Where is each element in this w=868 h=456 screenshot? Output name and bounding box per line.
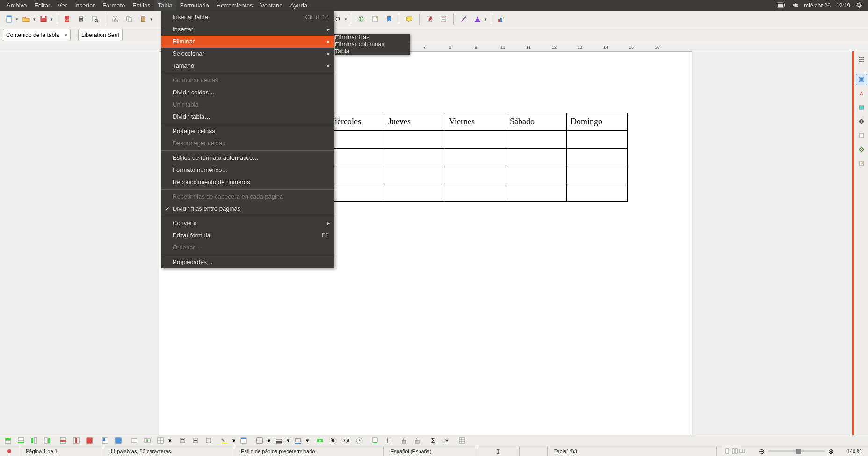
menu-item-dividir-tabla[interactable]: Dividir tabla… [161, 111, 334, 123]
cut-button[interactable] [109, 13, 121, 25]
menu-item-propiedades[interactable]: Propiedades… [161, 256, 334, 268]
table-cell[interactable] [506, 131, 567, 149]
dropdown-arrow-icon[interactable]: ▾ [150, 17, 152, 21]
status-table-ref[interactable]: Tabla1:B3 [548, 446, 717, 456]
status-insert-mode[interactable]: ⌶ [477, 446, 520, 456]
borders-button[interactable] [254, 436, 265, 445]
status-page-style[interactable]: Estilo de página predeterminado [234, 446, 384, 456]
menu-item-insertar[interactable]: Insertar▸ [161, 23, 334, 36]
paste-button[interactable] [137, 13, 149, 25]
number-format-percent-button[interactable]: % [328, 436, 338, 445]
insert-comment-button[interactable] [403, 13, 415, 25]
select-table-button[interactable] [113, 436, 123, 445]
table-cell[interactable] [506, 184, 567, 202]
dropdown-arrow-icon[interactable]: ▾ [168, 437, 172, 444]
menu-herramientas[interactable]: Herramientas [213, 0, 257, 11]
print-button[interactable] [75, 13, 87, 25]
delete-col-button[interactable] [71, 436, 81, 445]
table-cell[interactable]: Jueves [384, 113, 445, 131]
zoom-slider[interactable] [768, 450, 825, 452]
menu-item-proteger-celdas[interactable]: Proteger celdas [161, 125, 334, 137]
system-date[interactable]: mié abr 26 [801, 2, 833, 9]
menu-item-tamano[interactable]: Tamaño▸ [161, 60, 334, 72]
border-style-button[interactable] [274, 436, 284, 445]
sidebar-gallery-button[interactable] [856, 102, 867, 113]
menu-item-insertar-tabla[interactable]: Insertar tablaCtrl+F12 [161, 11, 334, 23]
sidebar-navigator-button[interactable] [856, 116, 867, 127]
system-time[interactable]: 12:19 [833, 2, 853, 9]
dropdown-arrow-icon[interactable]: ▾ [485, 17, 487, 21]
menu-item-dividir-filas-paginas[interactable]: ✓Dividir filas entre páginas [161, 203, 334, 215]
multi-page-view-icon[interactable] [732, 448, 738, 455]
dropdown-arrow-icon[interactable]: ▾ [232, 437, 236, 444]
menu-formato[interactable]: Formato [99, 0, 129, 11]
status-language[interactable]: Español (España) [384, 446, 477, 456]
insert-endnote-button[interactable] [369, 13, 381, 25]
table-cell[interactable]: Sábado [506, 113, 567, 131]
align-middle-button[interactable] [190, 436, 201, 445]
table-cell[interactable] [445, 166, 506, 184]
show-changes-button[interactable] [437, 13, 449, 25]
table-cell[interactable] [506, 166, 567, 184]
dropdown-arrow-icon[interactable]: ▾ [51, 17, 53, 21]
table-cell[interactable] [445, 131, 506, 149]
print-preview-button[interactable] [89, 13, 101, 25]
copy-button[interactable] [123, 13, 135, 25]
align-bottom-button[interactable] [203, 436, 214, 445]
insert-row-above-button[interactable] [3, 436, 13, 445]
table-cell[interactable] [384, 149, 445, 166]
table-cell[interactable] [445, 149, 506, 166]
document-area[interactable]: Lunes Martes Miércoles Jueves Viernes Sá… [0, 51, 854, 435]
protect-cells-button[interactable] [399, 436, 409, 445]
sort-button[interactable] [383, 436, 393, 445]
submenu-item-eliminar-filas[interactable]: Eliminar filas [335, 34, 410, 41]
dropdown-arrow-icon[interactable]: ▾ [16, 17, 18, 21]
status-page[interactable]: Página 1 de 1 [19, 446, 103, 456]
dropdown-arrow-icon[interactable]: ▾ [33, 17, 36, 21]
menu-item-formato-numerico[interactable]: Formato numérico… [161, 164, 334, 176]
delete-table-button[interactable] [84, 436, 94, 445]
menu-formulario[interactable]: Formulario [176, 0, 213, 11]
menu-archivo[interactable]: Archivo [3, 0, 30, 11]
table-cell[interactable] [567, 184, 628, 202]
number-format-currency-button[interactable] [315, 436, 325, 445]
autoformat-styles-button[interactable] [239, 436, 249, 445]
sidebar-page-button[interactable] [856, 130, 867, 141]
sidebar-properties-button[interactable] [856, 74, 867, 85]
table-cell[interactable] [567, 166, 628, 184]
menu-item-reconocimiento-numeros[interactable]: Reconocimiento de números [161, 176, 334, 188]
dropdown-arrow-icon[interactable]: ▾ [306, 437, 309, 444]
insert-caption-button[interactable] [370, 436, 380, 445]
table-cell[interactable] [506, 149, 567, 166]
optimize-size-button[interactable] [155, 436, 166, 445]
sidebar-resize-handle[interactable] [852, 51, 854, 435]
battery-icon[interactable] [774, 2, 789, 9]
open-button[interactable] [20, 13, 32, 25]
status-word-count[interactable]: 11 palabras, 50 caracteres [103, 446, 234, 456]
table-cell[interactable] [445, 184, 506, 202]
table-cell[interactable]: Viernes [445, 113, 506, 131]
menu-ver[interactable]: Ver [54, 0, 71, 11]
table-cell[interactable] [384, 166, 445, 184]
number-format-decimal-button[interactable]: 7,4 [341, 436, 351, 445]
insert-col-before-button[interactable] [29, 436, 39, 445]
insert-col-after-button[interactable] [42, 436, 52, 445]
book-view-icon[interactable] [739, 448, 745, 455]
menu-ventana[interactable]: Ventana [257, 0, 287, 11]
sidebar-settings-button[interactable] [856, 54, 867, 65]
submenu-item-tabla[interactable]: Tabla [335, 48, 410, 55]
table-cell[interactable] [384, 131, 445, 149]
dropdown-arrow-icon[interactable]: ▾ [287, 437, 290, 444]
submenu-item-eliminar-columnas[interactable]: Eliminar columnas [335, 41, 410, 48]
menu-ayuda[interactable]: Ayuda [287, 0, 311, 11]
menu-item-editar-formula[interactable]: Editar fórmulaF2 [161, 229, 334, 242]
delete-row-button[interactable] [58, 436, 68, 445]
save-button[interactable] [37, 13, 50, 25]
dropdown-arrow-icon[interactable]: ▾ [268, 437, 271, 444]
export-pdf-button[interactable]: PDF [61, 13, 73, 25]
menu-item-dividir-celdas[interactable]: Dividir celdas… [161, 86, 334, 99]
menu-editar[interactable]: Editar [30, 0, 54, 11]
horizontal-ruler[interactable]: 7 8 9 10 11 12 13 14 15 16 [0, 43, 868, 51]
menu-tabla[interactable]: Tabla [154, 0, 176, 11]
sidebar-manage-changes-button[interactable] [856, 158, 867, 169]
